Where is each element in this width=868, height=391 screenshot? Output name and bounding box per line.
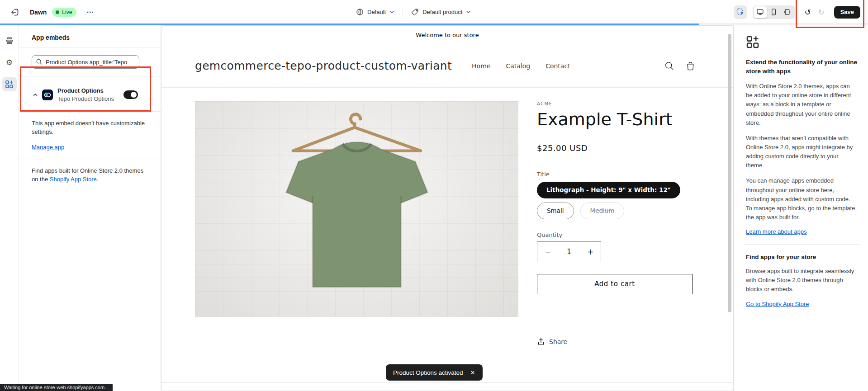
app-embed-row: Product Options Tepo Product Options: [19, 76, 161, 111]
redo-button[interactable]: ↻: [815, 6, 828, 19]
find-apps-paragraph: Browse apps built to integrate seamlessl…: [746, 267, 857, 294]
inspect-mode-button[interactable]: [734, 5, 747, 19]
chevron-up-icon[interactable]: [33, 92, 38, 98]
fullscreen-icon: [783, 8, 791, 16]
app-embeds-search-input[interactable]: [32, 55, 139, 69]
quantity-value: 1: [558, 248, 580, 256]
quantity-decrease-button[interactable]: −: [537, 247, 558, 256]
store-name-link[interactable]: gemcommerce-tepo-product-custom-variant: [195, 59, 452, 72]
topbar-right: ↺ ↻ Save: [734, 0, 868, 24]
app-embed-titles: Product Options Tepo Product Options: [57, 87, 123, 102]
toast-message: Product Options activated: [393, 369, 463, 376]
mobile-preview-button[interactable]: [767, 6, 781, 18]
sidebar-item-app-embeds[interactable]: [2, 77, 17, 91]
quantity-label: Quantity: [537, 231, 695, 238]
preview-scrollbar[interactable]: [728, 34, 731, 312]
exit-theme-editor-button[interactable]: [7, 5, 23, 20]
store-header-icons: [664, 61, 695, 71]
template-selector-label: Default product: [422, 9, 462, 15]
save-button[interactable]: Save: [834, 6, 860, 19]
sidebar-item-sections[interactable]: [2, 33, 17, 48]
app-embed-note: This app embed doesn’t have customizable…: [19, 112, 161, 137]
manage-app-link[interactable]: Manage app: [32, 144, 64, 151]
mobile-icon: [770, 8, 778, 16]
variant-option-label: Title: [537, 171, 695, 178]
store-header: gemcommerce-tepo-product-custom-variant …: [161, 44, 733, 88]
live-dot-icon: [56, 10, 59, 14]
theme-name: Dawn: [30, 9, 47, 16]
template-selector[interactable]: Default product: [409, 5, 473, 19]
more-menu-button[interactable]: ⋯: [86, 8, 94, 16]
app-embed-developer: Tepo Product Options: [57, 95, 123, 102]
variant-row-2: Small Medium: [537, 203, 695, 219]
close-icon[interactable]: ✕: [470, 369, 475, 376]
app-embed-name: Product Options: [57, 87, 123, 94]
panel-paragraph-3: You can manage apps embedded throughout …: [746, 176, 857, 222]
sidebar-item-theme-settings[interactable]: ⚙: [2, 55, 17, 70]
variant-pill-lithograph[interactable]: Lithograph - Height: 9" x Width: 12": [537, 182, 680, 198]
undo-button[interactable]: ↺: [802, 6, 814, 19]
apps-info-panel: Extend the functionality of your online …: [734, 25, 868, 391]
apps-icon: [746, 35, 857, 49]
product-price: $25.00 USD: [537, 143, 695, 153]
sections-icon: [5, 37, 14, 45]
panel-title: App embeds: [19, 25, 161, 47]
exit-icon: [10, 8, 19, 17]
chevron-down-icon: [466, 9, 471, 14]
share-icon: [537, 338, 545, 346]
nav-link-contact[interactable]: Contact: [545, 62, 570, 70]
panel-paragraph-2: With themes that aren’t compatible with …: [746, 134, 857, 170]
panel-paragraph-1: With Online Store 2.0 themes, apps can b…: [746, 82, 857, 127]
find-apps-period: .: [97, 176, 99, 183]
share-button[interactable]: Share: [537, 338, 695, 346]
nav-link-catalog[interactable]: Catalog: [506, 62, 530, 70]
device-preview-segmented-control: [753, 5, 795, 19]
tag-icon: [411, 8, 419, 16]
inspect-icon: [736, 8, 745, 16]
editor-left-rail: ⚙: [0, 25, 19, 391]
product-image[interactable]: [195, 101, 518, 317]
undo-icon: ↺: [805, 8, 811, 17]
divider: [161, 382, 733, 383]
gear-icon: ⚙: [6, 59, 13, 66]
desktop-preview-button[interactable]: [754, 6, 767, 18]
search-icon: [36, 58, 43, 65]
topbar-center: Default Default product: [354, 0, 473, 24]
live-status-badge: Live: [52, 8, 76, 17]
search-icon[interactable]: [664, 61, 674, 71]
apps-icon: [5, 80, 14, 89]
divider: [744, 244, 859, 245]
theme-preview: Welcome to our store gemcommerce-tepo-pr…: [161, 25, 734, 391]
divider: [19, 47, 161, 47]
globe-icon: [356, 8, 364, 16]
add-to-cart-button[interactable]: Add to cart: [537, 274, 693, 294]
redo-icon: ↻: [818, 8, 825, 17]
topbar-left: Dawn Live ⋯: [0, 0, 94, 24]
store-nav: Home Catalog Contact: [472, 62, 570, 70]
fullscreen-preview-button[interactable]: [781, 6, 794, 18]
app-embeds-panel: App embeds Product Options Tepo Product …: [19, 25, 161, 391]
find-apps-note: Find apps built for Online Store 2.0 the…: [19, 159, 161, 191]
desktop-icon: [756, 8, 764, 16]
go-to-app-store-link[interactable]: Go to Shopify App Store: [746, 301, 809, 307]
toggle-knob: [131, 92, 137, 98]
product-info: ACME Example T-Shirt $25.00 USD Title Li…: [537, 101, 695, 346]
variant-pill-medium[interactable]: Medium: [580, 203, 625, 219]
tepo-app-icon: [42, 90, 53, 100]
quantity-stepper: − 1 +: [537, 241, 601, 262]
variant-row-1: Lithograph - Height: 9" x Width: 12": [537, 182, 695, 198]
browser-status-bar: Waiting for online-store-web.shopifyapps…: [0, 384, 113, 391]
chevron-down-icon: [389, 9, 394, 14]
variant-pill-small[interactable]: Small: [537, 203, 574, 219]
nav-link-home[interactable]: Home: [472, 62, 490, 70]
shopify-app-store-link[interactable]: Shopify App Store: [50, 176, 97, 183]
announcement-bar: Welcome to our store: [161, 26, 733, 44]
cart-icon[interactable]: [686, 61, 695, 71]
quantity-increase-button[interactable]: +: [580, 247, 601, 256]
topbar: Dawn Live ⋯ Default: [0, 0, 868, 24]
app-embed-toggle[interactable]: [123, 90, 138, 99]
locale-selector[interactable]: Default: [354, 5, 396, 19]
search-field-wrap: [32, 55, 148, 69]
learn-more-apps-link[interactable]: Learn more about apps: [746, 228, 806, 235]
product-title: Example T-Shirt: [537, 110, 695, 130]
